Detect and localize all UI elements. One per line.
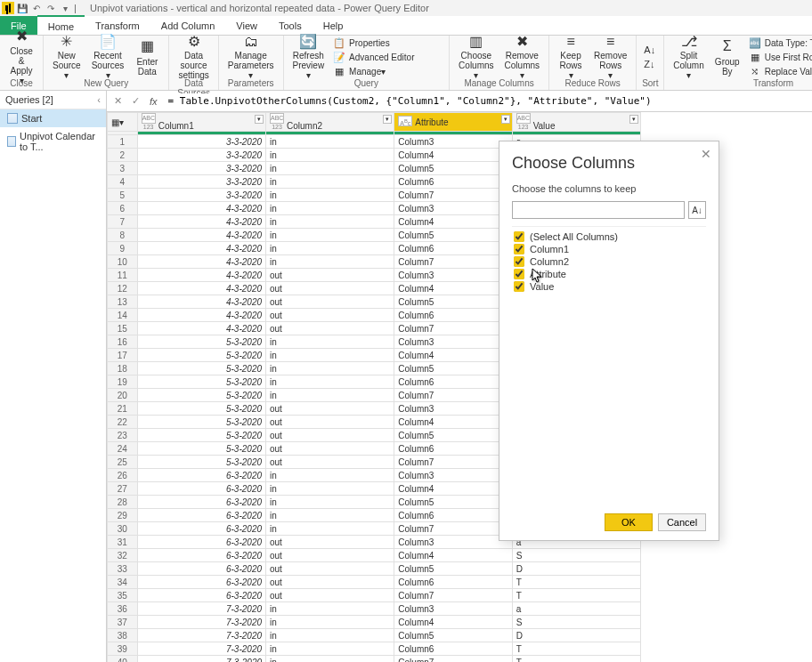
column-row[interactable]: Column2 bbox=[512, 255, 706, 268]
filter-dropdown-icon[interactable]: ▾ bbox=[383, 115, 392, 124]
row-number[interactable]: 24 bbox=[108, 442, 138, 456]
table-row[interactable]: 407-3-2020inColumn7T bbox=[108, 656, 641, 663]
cell[interactable]: Column6 bbox=[394, 175, 512, 189]
cell[interactable]: Column5 bbox=[394, 362, 512, 375]
cell[interactable]: out bbox=[266, 562, 394, 576]
row-number[interactable]: 11 bbox=[108, 269, 138, 282]
cell[interactable]: 5-3-2020 bbox=[137, 389, 265, 402]
cell[interactable]: 6-3-2020 bbox=[137, 576, 265, 589]
cell[interactable]: D bbox=[512, 562, 640, 576]
row-number[interactable]: 23 bbox=[108, 429, 138, 442]
row-number[interactable]: 28 bbox=[108, 496, 138, 509]
row-number[interactable]: 33 bbox=[108, 562, 138, 576]
column-checkbox[interactable] bbox=[514, 281, 524, 292]
redo-icon[interactable]: ↷ bbox=[45, 2, 57, 14]
table-row[interactable]: 356-3-2020outColumn7T bbox=[108, 589, 641, 602]
column-search-input[interactable] bbox=[512, 201, 685, 219]
column-checkbox[interactable] bbox=[514, 256, 524, 267]
undo-icon[interactable]: ↶ bbox=[30, 2, 43, 14]
cell[interactable]: 6-3-2020 bbox=[137, 589, 265, 602]
split-column-button[interactable]: ⎇SplitColumn▾ bbox=[668, 36, 709, 78]
cell[interactable]: in bbox=[266, 642, 394, 656]
row-number[interactable]: 36 bbox=[108, 602, 138, 616]
column-row[interactable]: Column1 bbox=[512, 243, 706, 255]
cell[interactable]: in bbox=[266, 656, 394, 663]
cell[interactable]: Column6 bbox=[394, 642, 512, 656]
cell[interactable]: Column7 bbox=[394, 255, 512, 269]
row-number[interactable]: 7 bbox=[108, 215, 138, 229]
cell[interactable]: 3-3-2020 bbox=[137, 189, 265, 202]
cell[interactable]: in bbox=[266, 362, 394, 375]
row-number[interactable]: 19 bbox=[108, 375, 138, 389]
cell[interactable]: 5-3-2020 bbox=[137, 402, 265, 416]
cell[interactable]: in bbox=[266, 616, 394, 629]
cell[interactable]: Column3 bbox=[394, 135, 512, 149]
cell[interactable]: Column7 bbox=[394, 189, 512, 202]
row-number[interactable]: 17 bbox=[108, 349, 138, 362]
column-header[interactable]: ABC123Value▾ bbox=[512, 113, 640, 132]
row-number[interactable]: 12 bbox=[108, 282, 138, 295]
cell[interactable]: Column4 bbox=[394, 215, 512, 229]
row-number[interactable]: 3 bbox=[108, 162, 138, 175]
cell[interactable]: 7-3-2020 bbox=[137, 642, 265, 656]
row-number[interactable]: 30 bbox=[108, 522, 138, 536]
cell[interactable]: in bbox=[266, 189, 394, 202]
cell[interactable]: Column5 bbox=[394, 295, 512, 309]
table-row[interactable]: 377-3-2020inColumn4S bbox=[108, 616, 641, 629]
cell[interactable]: Column6 bbox=[394, 242, 512, 255]
cell[interactable]: in bbox=[266, 509, 394, 522]
cell[interactable]: 3-3-2020 bbox=[137, 175, 265, 189]
cell[interactable]: out bbox=[266, 576, 394, 589]
first-row-headers-button[interactable]: ▦Use First Row as Headers ▾ bbox=[745, 50, 812, 64]
cell[interactable]: out bbox=[266, 402, 394, 416]
cell[interactable]: D bbox=[512, 629, 640, 642]
cell[interactable]: 6-3-2020 bbox=[137, 496, 265, 509]
column-header-selected[interactable]: ABcAttribute▾ bbox=[394, 113, 512, 132]
filter-dropdown-icon[interactable]: ▾ bbox=[255, 115, 264, 124]
cell[interactable]: 4-3-2020 bbox=[137, 215, 265, 229]
cell[interactable]: Column6 bbox=[394, 442, 512, 456]
cell[interactable]: 4-3-2020 bbox=[137, 282, 265, 295]
row-number[interactable]: 29 bbox=[108, 509, 138, 522]
row-number[interactable]: 31 bbox=[108, 536, 138, 549]
properties-button[interactable]: 📋Properties bbox=[329, 36, 445, 50]
cell[interactable]: T bbox=[512, 576, 640, 589]
cell[interactable]: in bbox=[266, 162, 394, 175]
collapse-queries-icon[interactable]: ‹ bbox=[97, 94, 101, 105]
tab-add-column[interactable]: Add Column bbox=[150, 16, 226, 35]
cell[interactable]: Column7 bbox=[394, 522, 512, 536]
row-number[interactable]: 37 bbox=[108, 616, 138, 629]
select-all-checkbox[interactable] bbox=[514, 231, 524, 242]
formula-accept-icon[interactable]: ✓ bbox=[128, 95, 142, 107]
cell[interactable]: Column4 bbox=[394, 349, 512, 362]
cell[interactable]: Column3 bbox=[394, 202, 512, 215]
tab-tools[interactable]: Tools bbox=[268, 16, 313, 35]
row-number[interactable]: 15 bbox=[108, 322, 138, 335]
row-number[interactable]: 2 bbox=[108, 149, 138, 162]
cell[interactable]: in bbox=[266, 255, 394, 269]
sort-asc-button[interactable]: A↓ bbox=[640, 43, 660, 57]
cell[interactable]: Column3 bbox=[394, 602, 512, 616]
cell[interactable]: Column7 bbox=[394, 322, 512, 335]
cell[interactable]: in bbox=[266, 135, 394, 149]
cell[interactable]: 5-3-2020 bbox=[137, 429, 265, 442]
table-row[interactable]: 387-3-2020inColumn5D bbox=[108, 629, 641, 642]
cell[interactable]: out bbox=[266, 456, 394, 469]
cell[interactable]: in bbox=[266, 149, 394, 162]
filter-dropdown-icon[interactable]: ▾ bbox=[629, 115, 638, 124]
remove-rows-button[interactable]: ≡RemoveRows▾ bbox=[589, 36, 632, 78]
cell[interactable]: 5-3-2020 bbox=[137, 349, 265, 362]
tab-transform[interactable]: Transform bbox=[85, 16, 150, 35]
cell[interactable]: 5-3-2020 bbox=[137, 442, 265, 456]
cell[interactable]: Column6 bbox=[394, 576, 512, 589]
refresh-preview-button[interactable]: 🔄RefreshPreview▾ bbox=[288, 36, 330, 78]
cell[interactable]: T bbox=[512, 589, 640, 602]
enter-data-button[interactable]: ▦EnterData bbox=[129, 36, 165, 78]
row-number[interactable]: 32 bbox=[108, 549, 138, 562]
row-number[interactable]: 8 bbox=[108, 229, 138, 242]
table-row[interactable]: 397-3-2020inColumn6T bbox=[108, 642, 641, 656]
cell[interactable]: in bbox=[266, 215, 394, 229]
cell[interactable]: in bbox=[266, 229, 394, 242]
dialog-close-icon[interactable]: ✕ bbox=[701, 147, 711, 161]
cell[interactable]: 7-3-2020 bbox=[137, 629, 265, 642]
